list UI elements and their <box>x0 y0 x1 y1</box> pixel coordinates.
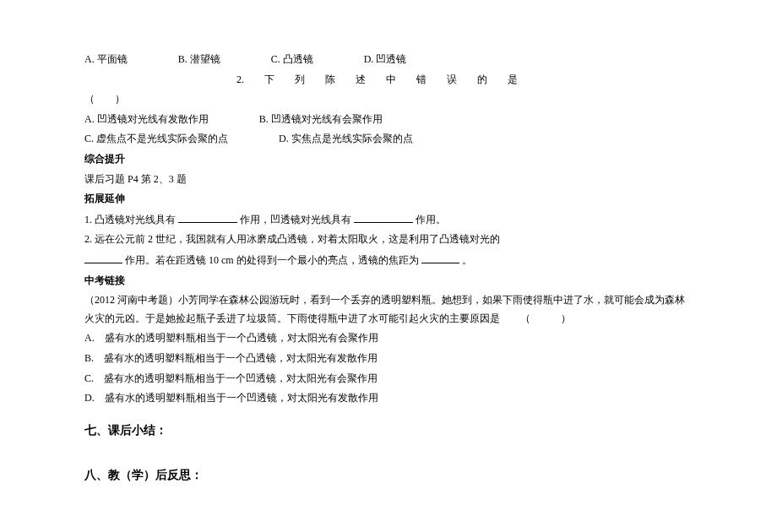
q1-opt-b: B. 潜望镜 <box>178 51 220 69</box>
q1-opt-a: A. 平面镜 <box>84 51 128 69</box>
blank-3 <box>84 251 122 263</box>
heading-zhongkao: 中考链接 <box>84 272 693 290</box>
q2-options-row2: C. 虚焦点不是光线实际会聚的点 D. 实焦点是光线实际会聚的点 <box>84 130 693 149</box>
q2-opt-b: B. 凹透镜对光线有会聚作用 <box>259 111 383 129</box>
q2-opt-d: D. 实焦点是光线实际会聚的点 <box>279 130 413 149</box>
blank-1 <box>178 210 237 223</box>
q2-stem: 2. 下 列 陈 述 中 错 误 的 是 <box>84 71 693 90</box>
ext-q2-p2: 作用。若在距透镜 10 cm 的处得到一个最小的亮点，透镜的焦距为 <box>125 254 419 266</box>
q2-opt-a: A. 凹透镜对光线有发散作用 <box>84 111 209 129</box>
zhongkao-b: B. 盛有水的透明塑料瓶相当于一个凸透镜，对太阳光有发散作用 <box>84 350 693 368</box>
extension-q2-line2: 作用。若在距透镜 10 cm 的处得到一个最小的亮点，透镜的焦距为 。 <box>84 251 693 270</box>
ext-q1-p3: 作用。 <box>416 214 446 225</box>
blank-2 <box>354 210 413 223</box>
q2-opt-c: C. 虚焦点不是光线实际会聚的点 <box>84 130 228 149</box>
extension-q1: 1. 凸透镜对光线具有 作用，凹透镜对光线具有 作用。 <box>84 210 693 230</box>
ext-q2-p3: 。 <box>462 254 472 266</box>
q1-opt-c: C. 凸透镜 <box>271 51 313 69</box>
blank-4 <box>421 251 459 263</box>
zhongkao-intro: （2012 河南中考题）小芳同学在森林公园游玩时，看到一个丢弃的透明塑料瓶。她想… <box>84 291 693 328</box>
ext-q1-p1: 1. 凸透镜对光线具有 <box>84 214 176 225</box>
extension-q2-line1: 2. 远在公元前 2 世纪，我国就有人用冰磨成凸透镜，对着太阳取火，这是利用了凸… <box>84 231 693 249</box>
heading-eight: 八、教（学）后反思： <box>84 464 693 486</box>
zhongkao-d: D. 盛有水的透明塑料瓶相当于一个凹透镜，对太阳光有发散作用 <box>84 389 693 408</box>
q2-options-row1: A. 凹透镜对光线有发散作用 B. 凹透镜对光线有会聚作用 <box>84 111 693 129</box>
zhongkao-a: A. 盛有水的透明塑料瓶相当于一个凸透镜，对太阳光有会聚作用 <box>84 329 693 348</box>
comprehensive-text: 课后习题 P4 第 2、3 题 <box>84 171 693 189</box>
q2-paren: （ ） <box>84 90 693 109</box>
q1-options: A. 平面镜 B. 潜望镜 C. 凸透镜 D. 凹透镜 <box>84 51 693 69</box>
heading-comprehensive: 综合提升 <box>84 150 693 169</box>
heading-seven: 七、课后小结： <box>84 420 693 441</box>
ext-q1-p2: 作用，凹透镜对光线具有 <box>240 214 351 225</box>
heading-extension: 拓展延伸 <box>84 190 693 209</box>
zhongkao-c: C. 盛有水的透明塑料瓶相当于一个凹透镜，对太阳光有会聚作用 <box>84 370 693 388</box>
q1-opt-d: D. 凹透镜 <box>364 51 407 69</box>
q2-text: 2. 下 列 陈 述 中 错 误 的 是 <box>236 71 518 90</box>
